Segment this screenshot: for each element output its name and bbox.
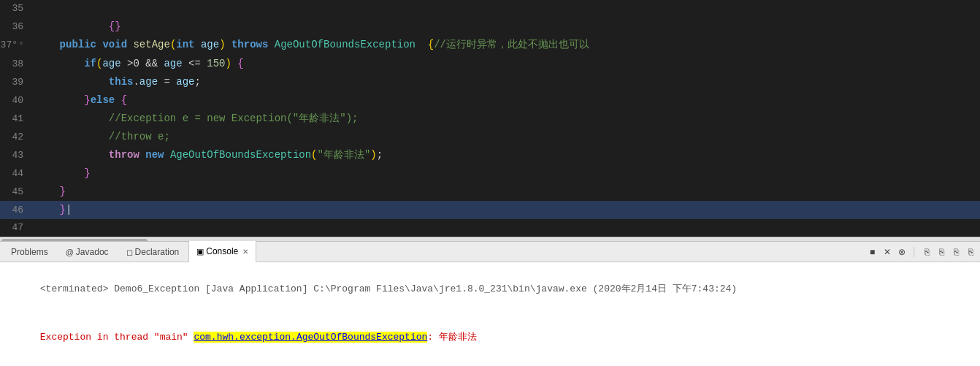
code-line-35: 35 xyxy=(0,0,980,18)
line-content-37: public void setAge(int age) throws AgeOu… xyxy=(29,37,589,53)
exception-message: 年龄非法 xyxy=(439,332,477,343)
console-close-icon: ✕ xyxy=(242,248,248,256)
line-num-38: 38 xyxy=(0,56,29,72)
code-line-40: 40 }else { xyxy=(0,91,980,110)
line-num-41: 41 xyxy=(0,111,29,127)
console-icon: ▣ xyxy=(196,247,204,256)
code-line-43: 43 throw new AgeOutOfBoundsException("年龄… xyxy=(0,146,980,164)
line-num-46: 46 xyxy=(0,202,29,218)
line-content-40: }else { xyxy=(29,92,127,108)
tab-declaration[interactable]: ◻Declaration xyxy=(118,241,188,263)
exception-class-highlight[interactable]: com.hwh.exception.AgeOutOfBoundsExceptio… xyxy=(194,332,427,343)
line-content-41: //Exception e = new Exception("年龄非法"); xyxy=(29,110,358,126)
scroll-lock-button[interactable]: ⎘ xyxy=(935,245,948,259)
declaration-icon: ◻ xyxy=(126,248,133,256)
remove-button[interactable]: ⊗ xyxy=(895,245,908,259)
tab-bar-toolbar: ■ ✕ ⊗ | ⎘ ⎘ ⎘ ⎘ xyxy=(866,245,977,259)
separator: | xyxy=(911,246,917,258)
word-wrap-button[interactable]: ⎘ xyxy=(949,245,962,259)
close-console-button[interactable]: ✕ xyxy=(881,245,894,259)
stop-button[interactable]: ■ xyxy=(866,245,879,259)
console-stacktrace-line: at com.hwh.exception.Person.setAge(Demo6… xyxy=(6,362,974,366)
line-num-43: 43 xyxy=(0,148,29,164)
line-content-39: this.age = age; xyxy=(29,74,201,90)
tab-javadoc[interactable]: @Javadoc xyxy=(58,241,117,263)
view-menu-button[interactable]: ⎘ xyxy=(964,245,977,259)
thread-main: "main" xyxy=(154,332,188,343)
line-content-44: } xyxy=(29,165,91,181)
tab-problems-label: Problems xyxy=(11,247,48,257)
tab-javadoc-label: Javadoc xyxy=(76,247,109,257)
line-num-35: 35 xyxy=(0,1,29,17)
code-line-39: 39 this.age = age; xyxy=(0,73,980,91)
line-num-47: 47 xyxy=(0,220,29,236)
code-line-38: 38 if(age >0 && age <= 150) { xyxy=(0,55,980,73)
code-line-37: 37° public void setAge(int age) throws A… xyxy=(0,36,980,55)
tab-console-label: Console xyxy=(206,246,238,256)
console-body: <terminated> Demo6_Exception [Java Appli… xyxy=(0,262,980,366)
tab-console[interactable]: ▣Console ✕ xyxy=(188,240,256,263)
line-num-39: 39 xyxy=(0,75,29,91)
console-terminated-line: <terminated> Demo6_Exception [Java Appli… xyxy=(6,265,974,313)
pin-button[interactable]: ⎘ xyxy=(920,245,933,259)
line-content-46: }| xyxy=(29,202,72,218)
bottom-panel: Problems @Javadoc ◻Declaration ▣Console … xyxy=(0,241,980,366)
terminated-text: <terminated> Demo6_Exception [Java Appli… xyxy=(40,283,737,294)
line-num-36: 36 xyxy=(0,19,29,35)
code-line-46: 46 }| xyxy=(0,201,980,219)
exception-prefix: Exception in thread xyxy=(40,332,154,343)
line-num-44: 44 xyxy=(0,166,29,182)
line-num-45: 45 xyxy=(0,184,29,200)
code-line-45: 45 } xyxy=(0,183,980,201)
tab-bar-left: Problems @Javadoc ◻Declaration ▣Console … xyxy=(3,240,256,263)
code-line-41: 41 //Exception e = new Exception("年龄非法")… xyxy=(0,110,980,128)
horizontal-scrollbar[interactable] xyxy=(0,237,980,241)
scrollbar-thumb[interactable] xyxy=(1,239,148,242)
exception-colon: : xyxy=(427,332,439,343)
console-exception-line: Exception in thread "main" com.hwh.excep… xyxy=(6,313,974,362)
line-content-38: if(age >0 && age <= 150) { xyxy=(29,56,244,72)
tab-problems[interactable]: Problems xyxy=(3,241,56,263)
line-content-43: throw new AgeOutOfBoundsException("年龄非法"… xyxy=(29,147,383,163)
code-editor: 35 36 {} 37° public void setAge(int age)… xyxy=(0,0,980,241)
line-num-37: 37° xyxy=(0,37,29,54)
line-content-36: {} xyxy=(29,18,121,34)
line-num-42: 42 xyxy=(0,129,29,145)
code-line-47: 47 xyxy=(0,219,980,237)
code-line-36: 36 {} xyxy=(0,18,980,36)
line-num-40: 40 xyxy=(0,93,29,109)
javadoc-icon: @ xyxy=(66,248,74,256)
line-content-42: //throw e; xyxy=(29,129,170,145)
code-lines: 35 36 {} 37° public void setAge(int age)… xyxy=(0,0,980,237)
tab-declaration-label: Declaration xyxy=(135,247,180,257)
line-content-45: } xyxy=(29,183,66,199)
code-line-44: 44 } xyxy=(0,164,980,183)
tab-bar: Problems @Javadoc ◻Declaration ▣Console … xyxy=(0,242,980,262)
code-line-42: 42 //throw e; xyxy=(0,128,980,146)
